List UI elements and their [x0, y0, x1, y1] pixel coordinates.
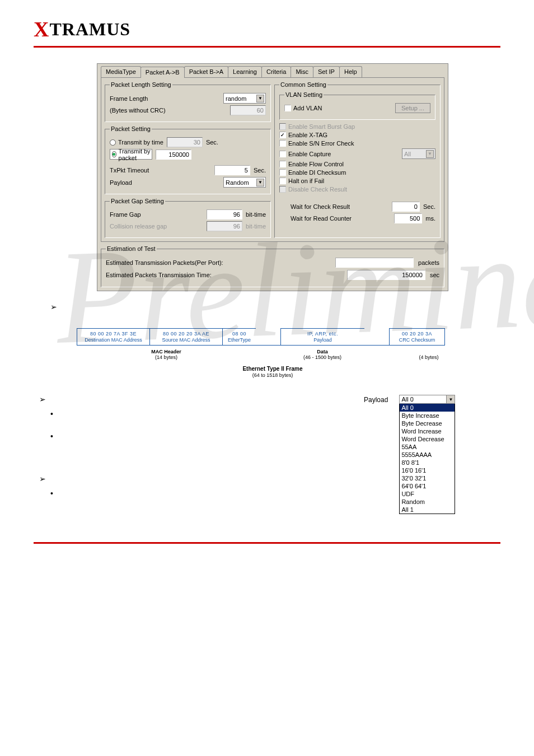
frame-et-label: EtherType — [224, 337, 254, 343]
bullet-triangle-2: ➢ — [39, 395, 353, 404]
est-packets-input — [335, 258, 414, 268]
payload-option[interactable]: 8'0 8'1 — [400, 459, 455, 466]
payload-dropdown[interactable]: All 0 ▼ All 0 Byte Increase Byte Decreas… — [399, 395, 455, 514]
payload-select[interactable]: Random▼ — [223, 177, 266, 188]
tab-setip[interactable]: Set IP — [313, 66, 340, 77]
transmit-by-time-input[interactable] — [167, 137, 203, 147]
legend-common-setting: Common Setting — [279, 81, 327, 88]
group-packet-length: Packet Length Setting Frame Length rando… — [105, 81, 271, 122]
chevron-down-icon: ▼ — [426, 150, 434, 158]
payload-option[interactable]: Byte Increase — [400, 412, 455, 419]
bullet-triangle-1: ➢ — [50, 302, 495, 311]
payload-option[interactable]: 32'0 32'1 — [400, 474, 455, 482]
frame-et-hex: 08 00 — [224, 331, 254, 337]
bytes-without-crc-label: (Bytes without CRC) — [110, 107, 227, 114]
frame-length-label: Frame Length — [110, 95, 220, 102]
checkbox-halt-fail[interactable]: Halt on if Fail — [279, 178, 324, 184]
payload-option[interactable]: Word Decrease — [400, 435, 455, 443]
chevron-down-icon: ▼ — [256, 179, 264, 186]
bullet-dot-1: • — [50, 409, 353, 418]
payload-option[interactable]: All 0 — [400, 404, 455, 412]
brand-text: TRAMUS — [49, 19, 130, 39]
frame-dest-hex: 80 00 20 7A 3F 3E — [79, 331, 148, 337]
bullet-triangle-3: ➢ — [39, 474, 353, 483]
tab-packet-ba[interactable]: Packet B->A — [184, 66, 228, 77]
group-estimation: Estimation of Test Estimated Transmissio… — [101, 245, 444, 287]
payload-label: Payload — [110, 179, 220, 186]
frame-dest-label: Destination MAC Address — [79, 337, 148, 343]
payload-option[interactable]: Random — [400, 498, 455, 506]
frame-crc-sz: (4 bytes) — [419, 354, 438, 360]
payload-option[interactable]: 16'0 16'1 — [400, 466, 455, 474]
txpkt-timeout-label: TxPkt Timeout — [110, 167, 211, 174]
payload-option[interactable]: Byte Decrease — [400, 419, 455, 427]
radio-transmit-by-packet[interactable]: Transmit by packet — [110, 149, 152, 160]
wait-read-input[interactable] — [394, 213, 422, 223]
tab-packet-ab[interactable]: Packet A->B — [140, 67, 185, 78]
transmit-by-time-unit: Sec. — [206, 139, 218, 146]
checkbox-di-checksum[interactable]: Enable DI Checksum — [279, 169, 346, 176]
frame-gap-input[interactable] — [207, 209, 242, 220]
frame-crc-label: CRC Checksum — [391, 337, 443, 343]
frame-gap-label: Frame Gap — [110, 211, 203, 218]
brand-logo: XTRAMUS — [34, 11, 500, 46]
payload-option[interactable]: Word Increase — [400, 427, 455, 435]
est-time-input — [347, 270, 425, 280]
payload-option[interactable]: All 1 — [400, 506, 455, 514]
vlan-setup-button[interactable]: Setup ... — [395, 103, 430, 113]
payload-dd-selected: All 0 — [400, 395, 446, 403]
collision-gap-label: Collision release gap — [110, 223, 203, 230]
group-packet-setting: Packet Setting Transmit by time Sec. Tra… — [105, 125, 271, 194]
frame-pl-label: Payload — [283, 337, 363, 343]
frame-data-sz: (46 - 1500 bytes) — [303, 354, 341, 360]
legend-vlan: VLAN Setting — [284, 91, 324, 98]
txpkt-timeout-input[interactable] — [214, 165, 250, 175]
config-dialog: MediaType Packet A->B Packet B->A Learni… — [97, 63, 448, 291]
frame-title: Ethernet Type II Frame — [242, 366, 302, 372]
legend-packet-setting: Packet Setting — [110, 125, 152, 132]
frame-mac-header-sz: (14 bytes) — [155, 354, 177, 360]
radio-transmit-by-time[interactable]: Transmit by time — [110, 139, 163, 146]
txpkt-timeout-unit: Sec. — [254, 167, 266, 174]
wait-check-input[interactable] — [392, 202, 420, 212]
checkbox-add-vlan[interactable]: Add VLAN — [284, 105, 322, 111]
payload-option[interactable]: 5555AAAA — [400, 451, 455, 459]
tab-criteria[interactable]: Criteria — [261, 66, 291, 77]
bullet-dot-3: • — [50, 489, 353, 498]
group-vlan-setting: VLAN Setting Add VLAN Setup ... — [279, 91, 435, 120]
ethernet-frame-diagram: 80 00 20 7A 3F 3EDestination MAC Address… — [77, 328, 469, 378]
est-packets-label: Estimated Transmission Packets(Per Port)… — [106, 259, 240, 266]
group-packet-gap: Packet Gap Setting Frame Gap bit-time Co… — [105, 198, 271, 238]
checkbox-sn-error[interactable]: Enable S/N Error Check — [279, 140, 354, 147]
tab-mediatype[interactable]: MediaType — [101, 66, 141, 77]
tab-help[interactable]: Help — [339, 66, 362, 77]
wait-check-label: Wait for Check Result — [279, 203, 388, 210]
payload-option[interactable]: UDF — [400, 490, 455, 498]
wait-check-unit: Sec. — [423, 203, 435, 210]
tab-misc[interactable]: Misc — [291, 66, 313, 77]
wait-read-unit: ms. — [425, 215, 435, 222]
tab-learning[interactable]: Learning — [228, 66, 262, 77]
chevron-down-icon: ▼ — [446, 395, 455, 403]
frame-title-sub: (64 to 1518 bytes) — [252, 372, 293, 378]
checkbox-capture[interactable]: Enable Capture — [279, 151, 331, 157]
capture-select: All▼ — [402, 148, 435, 159]
checkbox-smart-burst: Enable Smart Burst Gap — [279, 123, 355, 130]
collision-gap-input[interactable] — [207, 221, 242, 231]
legend-estimation: Estimation of Test — [106, 245, 157, 252]
frame-src-hex: 80 00 20 20 3A AE — [152, 331, 221, 337]
payload-option[interactable]: 55AA — [400, 443, 455, 451]
frame-data-lab: Data — [317, 349, 328, 354]
frame-crc-hex: 00 20 20 3A — [391, 331, 443, 337]
frame-length-select[interactable]: random▼ — [223, 93, 266, 104]
est-time-unit: sec — [430, 272, 439, 278]
transmit-by-packet-input[interactable] — [156, 150, 191, 160]
est-time-label: Estimated Packets Transmission Time: — [106, 272, 240, 278]
bytes-without-crc-input[interactable] — [230, 105, 266, 115]
frame-gap-unit: bit-time — [246, 211, 266, 218]
wait-read-label: Wait for Read Counter — [279, 215, 391, 222]
checkbox-xtag[interactable]: Enable X-TAG — [279, 132, 327, 138]
checkbox-flow-control[interactable]: Enable Flow Control — [279, 161, 344, 167]
payload-option[interactable]: 64'0 64'1 — [400, 482, 455, 490]
checkbox-disable-check: Disable Check Result — [279, 186, 347, 193]
